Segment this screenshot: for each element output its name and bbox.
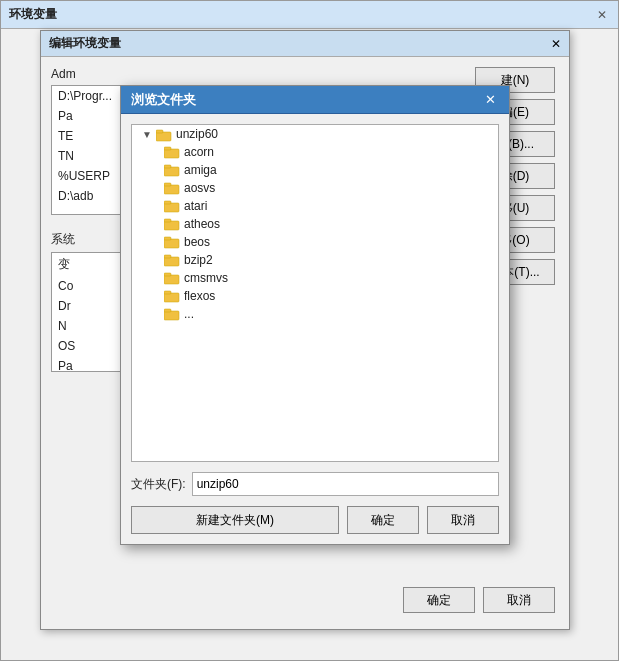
child-folder-icon [164,307,180,321]
svg-rect-10 [164,221,179,230]
browse-cancel-button[interactable]: 取消 [427,506,499,534]
confirm-button[interactable]: 确定 [403,587,475,613]
root-folder-label: unzip60 [176,127,218,141]
svg-rect-13 [164,237,171,240]
tree-folder-item[interactable]: ... [132,305,498,323]
child-folder-icon [164,163,180,177]
tree-folder-item[interactable]: acorn [132,143,498,161]
tree-folder-item[interactable]: beos [132,233,498,251]
root-toggle[interactable]: ▼ [140,127,154,141]
svg-rect-4 [164,167,179,176]
edit-env-title: 编辑环境变量 [49,35,121,52]
tree-children: acorn amiga aosvs [132,143,498,323]
child-folder-icon [164,217,180,231]
browse-title: 浏览文件夹 [131,91,196,109]
svg-rect-6 [164,185,179,194]
child-folder-label: amiga [184,163,217,177]
child-folder-icon [164,289,180,303]
svg-rect-1 [156,130,163,133]
svg-rect-17 [164,273,171,276]
env-window-close[interactable]: ✕ [594,7,610,23]
child-folder-label: acorn [184,145,214,159]
env-window-titlebar: 环境变量 ✕ [1,1,618,29]
cancel-button[interactable]: 取消 [483,587,555,613]
svg-rect-19 [164,291,171,294]
env-window-title: 环境变量 [9,6,57,23]
edit-env-close[interactable]: ✕ [551,37,561,51]
svg-rect-21 [164,309,171,312]
svg-rect-5 [164,165,171,168]
child-folder-label: aosvs [184,181,215,195]
tree-folder-item[interactable]: amiga [132,161,498,179]
root-folder-icon [156,128,172,140]
browse-bottom-buttons: 新建文件夹(M) 确定 取消 [131,506,499,534]
svg-rect-14 [164,257,179,266]
tree-folder-item[interactable]: atari [132,197,498,215]
child-folder-icon [164,253,180,267]
svg-rect-8 [164,203,179,212]
folder-tree[interactable]: ▼ unzip60 acorn [131,124,499,462]
tree-folder-item[interactable]: bzip2 [132,251,498,269]
child-folder-icon [164,199,180,213]
svg-rect-12 [164,239,179,248]
folder-input[interactable] [192,472,499,496]
svg-rect-15 [164,255,171,258]
child-folder-icon [164,271,180,285]
child-folder-icon [164,181,180,195]
tree-folder-item[interactable]: cmsmvs [132,269,498,287]
svg-rect-11 [164,219,171,222]
edit-env-titlebar: 编辑环境变量 ✕ [41,31,569,57]
folder-input-row: 文件夹(F): [131,472,499,496]
browse-confirm-button[interactable]: 确定 [347,506,419,534]
child-folder-label: beos [184,235,210,249]
browse-titlebar: 浏览文件夹 ✕ [121,86,509,114]
svg-rect-2 [164,149,179,158]
child-folder-icon [164,235,180,249]
folder-input-label: 文件夹(F): [131,476,186,493]
child-folder-icon [164,145,180,159]
child-folder-label: ... [184,307,194,321]
svg-rect-3 [164,147,171,150]
browse-close-btn[interactable]: ✕ [481,91,499,109]
tree-folder-item[interactable]: atheos [132,215,498,233]
tree-root-item[interactable]: ▼ unzip60 [132,125,498,143]
svg-rect-9 [164,201,171,204]
browse-dialog: 浏览文件夹 ✕ ▼ unzip60 [120,85,510,545]
svg-rect-0 [156,132,171,141]
child-folder-label: atheos [184,217,220,231]
tree-folder-item[interactable]: flexos [132,287,498,305]
child-folder-label: cmsmvs [184,271,228,285]
child-folder-label: bzip2 [184,253,213,267]
child-folder-label: flexos [184,289,215,303]
svg-rect-16 [164,275,179,284]
edit-env-bottom-buttons: 确定 取消 [403,587,555,613]
svg-rect-7 [164,183,171,186]
tree-folder-item[interactable]: aosvs [132,179,498,197]
new-folder-button[interactable]: 新建文件夹(M) [131,506,339,534]
svg-rect-18 [164,293,179,302]
svg-rect-20 [164,311,179,320]
browse-body: ▼ unzip60 acorn [121,114,509,544]
child-folder-label: atari [184,199,207,213]
